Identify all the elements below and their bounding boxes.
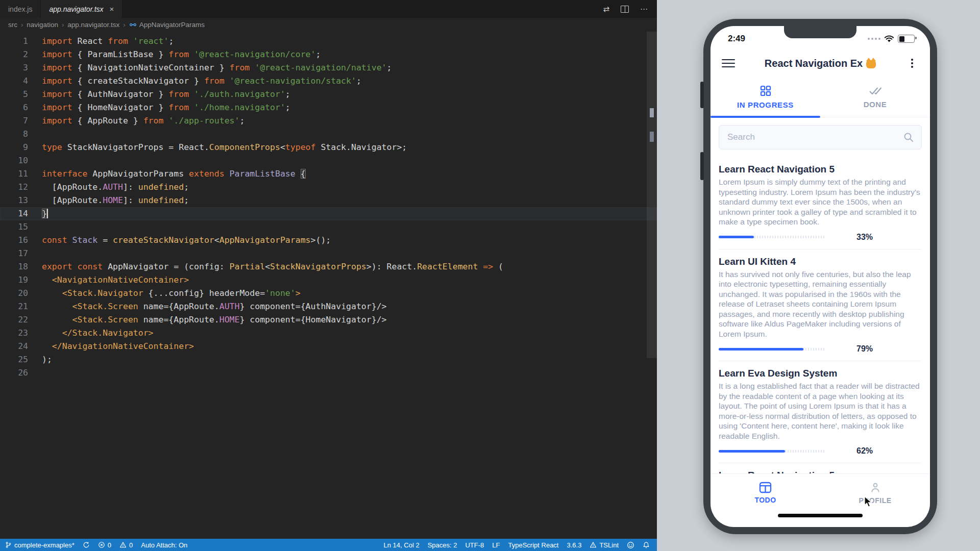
status-item-left-2[interactable]: 0 [98,541,111,549]
overview-ruler-cursor-mark [650,108,654,117]
code-line-2[interactable]: 2import { ParamListBase } from '@react-n… [0,48,657,61]
warnings-icon [119,541,127,548]
status-item-text: Ln 14, Col 2 [384,541,420,549]
line-number: 6 [0,101,28,114]
status-item-right-4[interactable]: TypeScript React [508,541,559,549]
vscode-window: index.jsapp.navigator.tsx× ⇄⋯ src›naviga… [0,0,657,551]
scrollbar-thumb[interactable] [647,32,657,358]
tab-in-progress[interactable]: IN PROGRESS [710,77,820,117]
line-number: 2 [0,48,28,61]
search-icon[interactable] [903,132,914,143]
code-line-19[interactable]: 19 <NavigationNativeContainer> [0,273,657,287]
bottom-nav-label: TODO [754,496,776,504]
status-item-right-1[interactable]: Spaces: 2 [428,541,457,549]
editor-tab-index.js[interactable]: index.js [0,0,41,18]
line-number: 15 [0,220,28,234]
open-changes-icon[interactable]: ⇄ [603,5,609,14]
status-item-right-5[interactable]: 3.6.3 [567,541,582,549]
status-item-text: LF [492,541,500,549]
breadcrumb-item[interactable]: src [8,21,17,29]
editor-scrollbar[interactable] [647,32,657,539]
status-item-text: Spaces: 2 [428,541,457,549]
code-line-10[interactable]: 10 [0,154,657,167]
breadcrumb-item[interactable]: app.navigator.tsx [67,21,119,29]
breadcrumb-separator: › [123,21,125,29]
status-bar: complete-exmaples*00Auto Attach: On Ln 1… [0,539,657,551]
status-item-right-0[interactable]: Ln 14, Col 2 [384,541,420,549]
status-item-right-3[interactable]: LF [492,541,500,549]
status-item-left-1[interactable] [83,541,90,548]
code-line-22[interactable]: 22 <Stack.Screen name={AppRoute.HOME} co… [0,313,657,327]
status-item-right-2[interactable]: UTF-8 [465,541,484,549]
errors-icon [98,541,105,548]
status-item-right-8[interactable] [643,541,650,549]
code-line-6[interactable]: 6import { HomeNavigator } from './home.n… [0,101,657,114]
progress-track [719,450,826,453]
code-line-24[interactable]: 24 </NavigationNativeContainer> [0,340,657,353]
status-item-right-7[interactable] [627,541,634,549]
code-line-14[interactable]: 14} [0,207,657,220]
code-line-text: const Stack = createStackNavigator<AppNa… [28,234,331,247]
editor-tab-app.navigator.tsx[interactable]: app.navigator.tsx× [41,0,122,18]
close-tab-icon[interactable]: × [110,5,114,13]
line-number: 13 [0,194,28,207]
code-line-7[interactable]: 7import { AppRoute } from './app-routes'… [0,114,657,128]
hamburger-menu-icon[interactable] [722,59,735,68]
status-item-left-0[interactable]: complete-exmaples* [5,541,75,549]
code-line-12[interactable]: 12 [AppRoute.AUTH]: undefined; [0,181,657,194]
status-item-left-3[interactable]: 0 [119,541,133,549]
task-list-item[interactable]: Learn Eva Design SystemIt is a long esta… [719,361,922,463]
breadcrumb-separator: › [62,21,64,29]
bottom-nav-profile[interactable]: PROFILE [820,474,930,512]
sync-icon [83,541,90,548]
line-number: 26 [0,366,28,380]
code-line-25[interactable]: 25); [0,353,657,366]
task-list-item[interactable]: Learn React Navigation 5Lorem Ipsum is s… [719,463,922,473]
breadcrumb-item[interactable]: navigation [27,21,58,29]
search-input[interactable] [726,132,899,143]
more-actions-icon[interactable]: ⋯ [640,5,648,14]
code-line-13[interactable]: 13 [AppRoute.HOME]: undefined; [0,194,657,207]
breadcrumb-text: navigation [27,21,58,29]
grid-icon [760,85,772,97]
bottom-tab-bar: TODOPROFILE [710,473,930,512]
code-line-11[interactable]: 11interface AppNavigatorParams extends P… [0,167,657,181]
code-line-18[interactable]: 18export const AppNavigator = (config: P… [0,260,657,273]
status-item-text: 3.6.3 [567,541,582,549]
code-line-4[interactable]: 4import { createStackNavigator } from '@… [0,74,657,88]
code-line-5[interactable]: 5import { AuthNavigator } from './auth.n… [0,88,657,101]
line-number: 24 [0,340,28,353]
tab-done[interactable]: DONE [820,77,930,117]
code-line-20[interactable]: 20 <Stack.Navigator {...config} headerMo… [0,287,657,300]
code-line-text: import { AuthNavigator } from './auth.na… [28,88,290,101]
code-line-3[interactable]: 3import { NavigationNativeContainer } fr… [0,61,657,74]
breadcrumb-item[interactable]: AppNavigatorParams [129,21,205,29]
wifi-icon [884,35,894,43]
status-item-left-4[interactable]: Auto Attach: On [141,541,187,549]
line-number: 16 [0,234,28,247]
code-line-text: </NavigationNativeContainer> [28,340,194,353]
task-list: Learn React Navigation 5Lorem Ipsum is s… [710,157,930,473]
code-line-16[interactable]: 16const Stack = createStackNavigator<App… [0,234,657,247]
home-indicator[interactable] [778,514,863,517]
code-line-1[interactable]: 1import React from 'react'; [0,35,657,48]
task-list-item[interactable]: Learn React Navigation 5Lorem Ipsum is s… [719,157,922,249]
task-list-item[interactable]: Learn UI Kitten 4It has survived not onl… [719,249,922,362]
code-line-21[interactable]: 21 <Stack.Screen name={AppRoute.AUTH} co… [0,300,657,313]
code-line-23[interactable]: 23 </Stack.Navigator> [0,327,657,340]
search-box[interactable] [719,125,922,149]
split-editor-icon[interactable] [621,6,629,13]
tab-label: DONE [864,100,887,109]
code-line-9[interactable]: 9type StackNavigatorProps = React.Compon… [0,141,657,154]
code-line-8[interactable]: 8 [0,128,657,141]
bottom-nav-todo[interactable]: TODO [710,474,820,512]
vertical-dots-menu-icon[interactable] [905,59,919,68]
code-line-text: import React from 'react'; [28,35,174,48]
status-item-right-6[interactable]: TSLint [590,541,619,549]
status-item-text: 0 [108,541,111,549]
code-line-15[interactable]: 15 [0,220,657,234]
code-editor[interactable]: 1import React from 'react';2import { Par… [0,32,657,539]
code-line-17[interactable]: 17 [0,247,657,260]
code-line-26[interactable]: 26 [0,366,657,380]
volume-up-button [700,82,704,108]
